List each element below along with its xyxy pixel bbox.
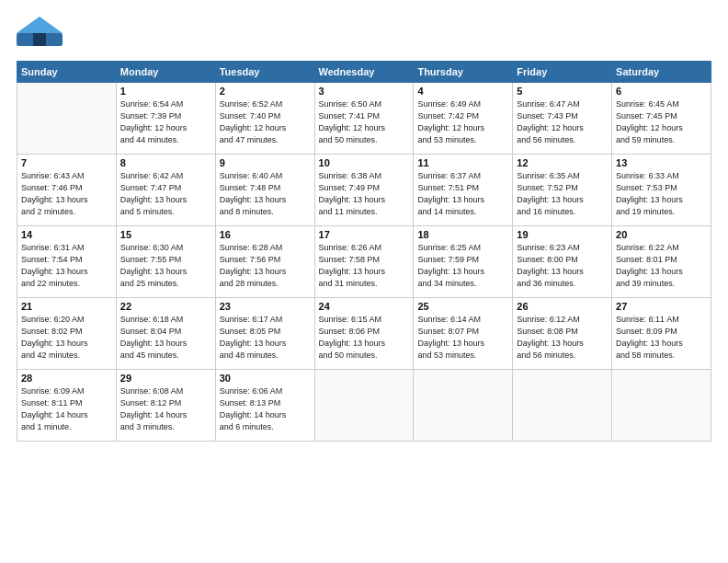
day-info: Sunrise: 6:33 AMSunset: 7:53 PMDaylight:…	[616, 170, 707, 218]
calendar-cell: 23Sunrise: 6:17 AMSunset: 8:05 PMDayligh…	[215, 298, 314, 370]
day-info: Sunrise: 6:38 AMSunset: 7:49 PMDaylight:…	[319, 170, 410, 218]
day-info: Sunrise: 6:26 AMSunset: 7:58 PMDaylight:…	[319, 242, 410, 290]
day-info: Sunrise: 6:49 AMSunset: 7:42 PMDaylight:…	[417, 98, 508, 146]
calendar-cell: 16Sunrise: 6:28 AMSunset: 7:56 PMDayligh…	[215, 226, 314, 298]
calendar-cell: 12Sunrise: 6:35 AMSunset: 7:52 PMDayligh…	[513, 155, 612, 226]
week-row-2: 7Sunrise: 6:43 AMSunset: 7:46 PMDaylight…	[17, 155, 711, 226]
calendar-cell	[314, 370, 414, 442]
day-number: 27	[616, 301, 707, 312]
weekday-header-thursday: Thursday	[414, 62, 513, 83]
day-number: 8	[120, 157, 211, 168]
day-info: Sunrise: 6:17 AMSunset: 8:05 PMDaylight:…	[220, 314, 311, 362]
day-number: 22	[120, 301, 211, 312]
day-number: 13	[616, 157, 707, 168]
calendar-cell: 14Sunrise: 6:31 AMSunset: 7:54 PMDayligh…	[17, 226, 117, 298]
day-info: Sunrise: 6:14 AMSunset: 8:07 PMDaylight:…	[417, 314, 508, 362]
logo	[17, 17, 68, 52]
day-number: 14	[21, 229, 112, 240]
calendar-cell: 6Sunrise: 6:45 AMSunset: 7:45 PMDaylight…	[612, 83, 711, 155]
calendar-cell: 5Sunrise: 6:47 AMSunset: 7:43 PMDaylight…	[513, 83, 612, 155]
day-number: 17	[319, 229, 410, 240]
calendar-cell	[414, 370, 513, 442]
day-info: Sunrise: 6:12 AMSunset: 8:08 PMDaylight:…	[517, 314, 608, 362]
day-number: 24	[319, 301, 410, 312]
calendar-cell: 29Sunrise: 6:08 AMSunset: 8:12 PMDayligh…	[116, 370, 215, 442]
day-number: 9	[220, 157, 311, 168]
calendar-cell	[612, 370, 711, 442]
day-info: Sunrise: 6:43 AMSunset: 7:46 PMDaylight:…	[21, 170, 112, 218]
calendar-cell: 7Sunrise: 6:43 AMSunset: 7:46 PMDaylight…	[17, 155, 117, 226]
calendar-cell: 22Sunrise: 6:18 AMSunset: 8:04 PMDayligh…	[116, 298, 215, 370]
day-number: 18	[417, 229, 508, 240]
day-info: Sunrise: 6:15 AMSunset: 8:06 PMDaylight:…	[319, 314, 410, 362]
svg-marker-1	[17, 17, 63, 33]
day-info: Sunrise: 6:45 AMSunset: 7:45 PMDaylight:…	[616, 98, 707, 146]
weekday-header-friday: Friday	[513, 62, 612, 83]
day-info: Sunrise: 6:31 AMSunset: 7:54 PMDaylight:…	[21, 242, 112, 290]
day-info: Sunrise: 6:09 AMSunset: 8:11 PMDaylight:…	[21, 385, 112, 433]
day-number: 21	[21, 301, 112, 312]
day-number: 2	[220, 86, 311, 97]
day-info: Sunrise: 6:08 AMSunset: 8:12 PMDaylight:…	[120, 385, 211, 433]
day-number: 30	[220, 373, 311, 384]
calendar-cell: 2Sunrise: 6:52 AMSunset: 7:40 PMDaylight…	[215, 83, 314, 155]
day-info: Sunrise: 6:47 AMSunset: 7:43 PMDaylight:…	[517, 98, 608, 146]
calendar-cell: 28Sunrise: 6:09 AMSunset: 8:11 PMDayligh…	[17, 370, 117, 442]
week-row-3: 14Sunrise: 6:31 AMSunset: 7:54 PMDayligh…	[17, 226, 711, 298]
calendar-cell: 8Sunrise: 6:42 AMSunset: 7:47 PMDaylight…	[116, 155, 215, 226]
day-number: 25	[417, 301, 508, 312]
calendar-cell: 30Sunrise: 6:06 AMSunset: 8:13 PMDayligh…	[215, 370, 314, 442]
page: SundayMondayTuesdayWednesdayThursdayFrid…	[0, 0, 728, 563]
calendar-cell: 3Sunrise: 6:50 AMSunset: 7:41 PMDaylight…	[314, 83, 414, 155]
calendar-cell: 24Sunrise: 6:15 AMSunset: 8:06 PMDayligh…	[314, 298, 414, 370]
calendar-cell: 26Sunrise: 6:12 AMSunset: 8:08 PMDayligh…	[513, 298, 612, 370]
day-info: Sunrise: 6:23 AMSunset: 8:00 PMDaylight:…	[517, 242, 608, 290]
day-info: Sunrise: 6:54 AMSunset: 7:39 PMDaylight:…	[120, 98, 211, 146]
calendar-cell: 15Sunrise: 6:30 AMSunset: 7:55 PMDayligh…	[116, 226, 215, 298]
day-info: Sunrise: 6:52 AMSunset: 7:40 PMDaylight:…	[220, 98, 311, 146]
day-info: Sunrise: 6:11 AMSunset: 8:09 PMDaylight:…	[616, 314, 707, 362]
calendar-cell: 4Sunrise: 6:49 AMSunset: 7:42 PMDaylight…	[414, 83, 513, 155]
day-number: 19	[517, 229, 608, 240]
day-number: 28	[21, 373, 112, 384]
day-number: 4	[417, 86, 508, 97]
calendar-cell: 1Sunrise: 6:54 AMSunset: 7:39 PMDaylight…	[116, 83, 215, 155]
day-number: 10	[319, 157, 410, 168]
weekday-header-sunday: Sunday	[17, 62, 117, 83]
day-number: 5	[517, 86, 608, 97]
day-info: Sunrise: 6:37 AMSunset: 7:51 PMDaylight:…	[417, 170, 508, 218]
calendar-cell	[513, 370, 612, 442]
calendar-cell	[17, 83, 117, 155]
calendar-cell: 20Sunrise: 6:22 AMSunset: 8:01 PMDayligh…	[612, 226, 711, 298]
calendar-cell: 18Sunrise: 6:25 AMSunset: 7:59 PMDayligh…	[414, 226, 513, 298]
day-number: 12	[517, 157, 608, 168]
calendar-cell: 19Sunrise: 6:23 AMSunset: 8:00 PMDayligh…	[513, 226, 612, 298]
day-number: 16	[220, 229, 311, 240]
weekday-header-wednesday: Wednesday	[314, 62, 414, 83]
day-info: Sunrise: 6:25 AMSunset: 7:59 PMDaylight:…	[417, 242, 508, 290]
weekday-header-tuesday: Tuesday	[215, 62, 314, 83]
day-number: 15	[120, 229, 211, 240]
day-info: Sunrise: 6:20 AMSunset: 8:02 PMDaylight:…	[21, 314, 112, 362]
day-info: Sunrise: 6:40 AMSunset: 7:48 PMDaylight:…	[220, 170, 311, 218]
weekday-header-monday: Monday	[116, 62, 215, 83]
day-number: 1	[120, 86, 211, 97]
day-info: Sunrise: 6:35 AMSunset: 7:52 PMDaylight:…	[517, 170, 608, 218]
day-number: 11	[417, 157, 508, 168]
calendar-table: SundayMondayTuesdayWednesdayThursdayFrid…	[17, 61, 711, 442]
day-number: 26	[517, 301, 608, 312]
day-info: Sunrise: 6:30 AMSunset: 7:55 PMDaylight:…	[120, 242, 211, 290]
calendar-cell: 13Sunrise: 6:33 AMSunset: 7:53 PMDayligh…	[612, 155, 711, 226]
calendar-cell: 17Sunrise: 6:26 AMSunset: 7:58 PMDayligh…	[314, 226, 414, 298]
day-info: Sunrise: 6:28 AMSunset: 7:56 PMDaylight:…	[220, 242, 311, 290]
logo-icon	[17, 17, 63, 52]
calendar-cell: 27Sunrise: 6:11 AMSunset: 8:09 PMDayligh…	[612, 298, 711, 370]
calendar-cell: 9Sunrise: 6:40 AMSunset: 7:48 PMDaylight…	[215, 155, 314, 226]
calendar-cell: 21Sunrise: 6:20 AMSunset: 8:02 PMDayligh…	[17, 298, 117, 370]
day-info: Sunrise: 6:06 AMSunset: 8:13 PMDaylight:…	[220, 385, 311, 433]
day-number: 3	[319, 86, 410, 97]
day-number: 20	[616, 229, 707, 240]
day-number: 23	[220, 301, 311, 312]
calendar-header-row: SundayMondayTuesdayWednesdayThursdayFrid…	[17, 62, 711, 83]
day-info: Sunrise: 6:42 AMSunset: 7:47 PMDaylight:…	[120, 170, 211, 218]
